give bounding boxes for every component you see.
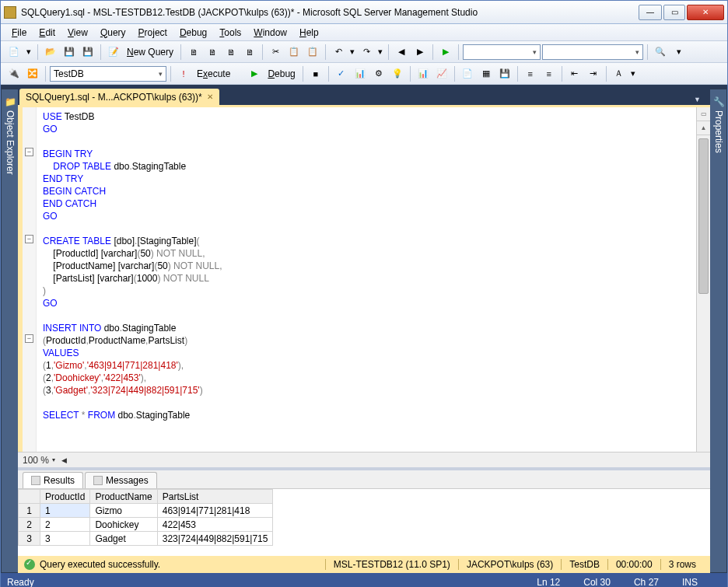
redo-dropdown[interactable]: ▾	[376, 44, 384, 61]
object-explorer-tab[interactable]: 📁 Object Explorer	[1, 89, 18, 573]
database-combo[interactable]: TestDB	[50, 66, 166, 82]
cell[interactable]: 2	[40, 518, 90, 532]
increase-indent-button[interactable]: ⇥	[585, 65, 602, 82]
code-editor[interactable]: − − − USE TestDB GO BEGIN TRY DROP TABLE…	[18, 107, 710, 452]
messages-tab[interactable]: Messages	[85, 472, 157, 488]
document-close-icon[interactable]: ✕	[207, 93, 213, 101]
grid-row[interactable]: 1 1 Gizmo 463|914|771|281|418	[19, 504, 273, 518]
execute-button[interactable]: Execute	[194, 68, 233, 79]
code-gutter[interactable]: − − −	[23, 107, 37, 452]
xmla-query-button[interactable]: 🗎	[241, 44, 258, 61]
grid-row[interactable]: 2 2 Doohickey 422|453	[19, 518, 273, 532]
cell[interactable]: 422|453	[157, 518, 273, 532]
properties-tab[interactable]: 🔧 Properties	[710, 89, 727, 573]
dmx-query-button[interactable]: 🗎	[222, 44, 240, 61]
menu-edit[interactable]: Edit	[33, 26, 61, 40]
menu-tools[interactable]: Tools	[213, 26, 247, 40]
results-grid-button[interactable]: ▦	[478, 65, 495, 82]
specify-values-button[interactable]: Ａ	[611, 65, 628, 82]
menu-view[interactable]: View	[61, 26, 94, 40]
solution-config-combo[interactable]	[463, 44, 541, 60]
document-tab[interactable]: SQLQuery1.sql - M...ACKPOT\kulps (63))* …	[19, 89, 219, 105]
close-button[interactable]: ✕	[687, 5, 724, 20]
fold-toggle[interactable]: −	[25, 235, 33, 243]
new-query-button[interactable]: New Query	[124, 47, 177, 58]
estimated-plan-button[interactable]: 📊	[352, 65, 369, 82]
menu-query[interactable]: Query	[94, 26, 132, 40]
undo-button[interactable]: ↶	[330, 44, 347, 61]
cancel-query-button[interactable]: ■	[307, 65, 324, 82]
nav-fwd-button[interactable]: ▶	[411, 44, 429, 61]
comment-button[interactable]: ≡	[522, 65, 539, 82]
options-button[interactable]: ▾	[670, 44, 688, 61]
menu-help[interactable]: Help	[293, 26, 325, 40]
zoom-dropdown-icon[interactable]: ▾	[52, 456, 55, 463]
grid-corner[interactable]	[19, 490, 40, 504]
h-scroll-left[interactable]: ◀	[61, 456, 67, 464]
col-header-productid[interactable]: ProductId	[40, 490, 90, 504]
debug-button[interactable]: Debug	[264, 68, 298, 79]
row-number[interactable]: 2	[19, 518, 40, 532]
debug-icon[interactable]: ▶	[246, 65, 263, 82]
redo-button[interactable]: ↷	[358, 44, 375, 61]
new-query-icon[interactable]: 📝	[105, 44, 122, 61]
save-button[interactable]: 💾	[61, 44, 78, 61]
results-tab[interactable]: Results	[23, 472, 83, 488]
solution-platform-combo[interactable]	[542, 44, 643, 60]
parse-button[interactable]: ✓	[333, 65, 350, 82]
col-header-partslist[interactable]: PartsList	[157, 490, 273, 504]
minimize-button[interactable]: —	[639, 5, 662, 20]
new-project-button[interactable]: 📄	[5, 44, 23, 61]
row-number[interactable]: 3	[19, 532, 40, 546]
intellisense-button[interactable]: 💡	[389, 65, 406, 82]
code-text[interactable]: USE TestDB GO BEGIN TRY DROP TABLE dbo.S…	[37, 107, 696, 452]
cell[interactable]: 3	[40, 532, 90, 546]
mdx-query-button[interactable]: 🗎	[204, 44, 221, 61]
results-grid[interactable]: ProductId ProductName PartsList 1 1 Gizm…	[18, 489, 710, 556]
execute-icon[interactable]: !	[175, 65, 192, 82]
menu-debug[interactable]: Debug	[173, 26, 213, 40]
cut-button[interactable]: ✂	[267, 44, 284, 61]
start-button[interactable]: ▶	[437, 44, 454, 61]
paste-button[interactable]: 📋	[304, 44, 321, 61]
title-bar[interactable]: SQLQuery1.sql - MSL-TESTDB12.TestDB (JAC…	[1, 1, 727, 24]
cell[interactable]: Gizmo	[90, 504, 157, 518]
results-file-button[interactable]: 💾	[496, 65, 513, 82]
nav-back-button[interactable]: ◀	[393, 44, 410, 61]
query-options-button[interactable]: ⚙	[370, 65, 387, 82]
grid-row[interactable]: 3 3 Gadget 323|724|449|882|591|715	[19, 532, 273, 546]
cell[interactable]: 323|724|449|882|591|715	[157, 532, 273, 546]
actual-plan-button[interactable]: 📊	[415, 65, 432, 82]
scroll-up[interactable]: ▲	[697, 121, 710, 135]
copy-button[interactable]: 📋	[285, 44, 303, 61]
uncomment-button[interactable]: ≡	[541, 65, 558, 82]
row-number[interactable]: 1	[19, 504, 40, 518]
col-header-productname[interactable]: ProductName	[90, 490, 157, 504]
find-button[interactable]: 🔍	[652, 44, 669, 61]
project-dropdown[interactable]: ▾	[24, 44, 33, 61]
template-dropdown[interactable]: ▾	[629, 65, 637, 82]
results-text-button[interactable]: 📄	[459, 65, 476, 82]
open-file-button[interactable]: 📂	[42, 44, 59, 61]
document-tabs-dropdown[interactable]: ▼	[692, 94, 702, 105]
fold-toggle[interactable]: −	[25, 148, 33, 156]
menu-project[interactable]: Project	[132, 26, 173, 40]
cell[interactable]: 463|914|771|281|418	[157, 504, 273, 518]
cell[interactable]: 1	[40, 504, 90, 518]
change-connection-button[interactable]: 🔀	[24, 65, 41, 82]
vertical-scrollbar[interactable]: ▭ ▲	[696, 107, 710, 452]
menu-file[interactable]: File	[5, 26, 33, 40]
cell[interactable]: Doohickey	[90, 518, 157, 532]
menu-window[interactable]: Window	[247, 26, 293, 40]
decrease-indent-button[interactable]: ⇤	[566, 65, 583, 82]
scroll-thumb[interactable]	[698, 138, 709, 294]
undo-dropdown[interactable]: ▾	[348, 44, 356, 61]
zoom-level[interactable]: 100 %	[23, 455, 49, 466]
split-box[interactable]: ▭	[697, 107, 710, 121]
de-query-button[interactable]: 🗎	[185, 44, 202, 61]
connect-button[interactable]: 🔌	[5, 65, 23, 82]
cell[interactable]: Gadget	[90, 532, 157, 546]
client-stats-button[interactable]: 📈	[433, 65, 450, 82]
fold-toggle[interactable]: −	[25, 334, 33, 343]
maximize-button[interactable]: ▭	[663, 5, 685, 20]
